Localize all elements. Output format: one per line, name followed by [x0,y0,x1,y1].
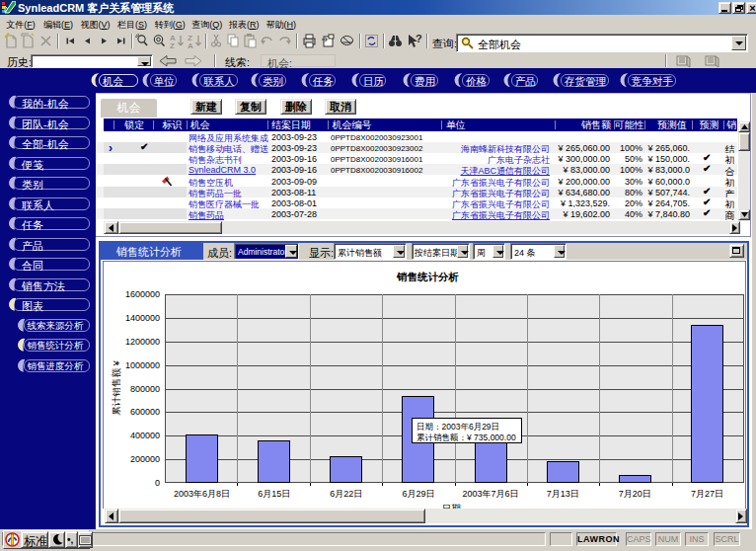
svg-text:?: ? [416,33,422,44]
svg-text:A: A [188,41,193,49]
svg-text:Z: Z [170,41,175,49]
